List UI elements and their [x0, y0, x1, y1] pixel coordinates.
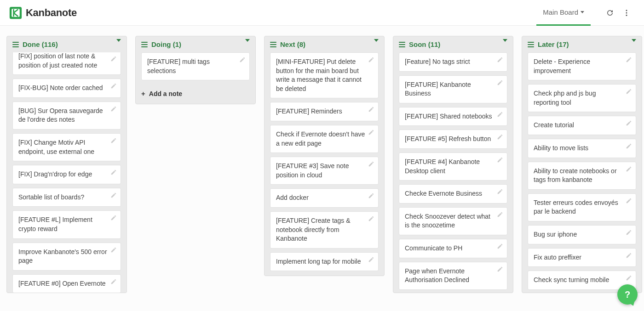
- column-title[interactable]: Done (116): [23, 40, 113, 48]
- card[interactable]: [FIX] position of last note & position o…: [12, 52, 121, 75]
- card[interactable]: [FEATURE #3] Save note position in cloud: [270, 157, 379, 185]
- card[interactable]: Add docker: [270, 188, 379, 208]
- edit-icon[interactable]: [110, 83, 117, 89]
- card[interactable]: Sortable list of boards?: [12, 188, 121, 207]
- column-menu-button[interactable]: [503, 42, 507, 47]
- card-text: [FIX-BUG] Note order cached: [18, 84, 103, 91]
- edit-icon[interactable]: [626, 120, 632, 126]
- card[interactable]: [MINI-FEATURE] Put delete button for the…: [270, 52, 379, 98]
- drag-handle-icon[interactable]: [141, 42, 148, 47]
- edit-icon[interactable]: [497, 243, 503, 249]
- column-menu-button[interactable]: [374, 42, 379, 47]
- card[interactable]: [FIX-BUG] Note order cached: [12, 79, 121, 98]
- board-selector[interactable]: Main Board: [536, 0, 591, 26]
- column-title[interactable]: Later (17): [538, 40, 628, 48]
- card[interactable]: Check Snoozever detect what is the snooz…: [399, 207, 507, 235]
- card[interactable]: [FEATURE #0] Open Evernote: [12, 274, 121, 293]
- edit-icon[interactable]: [110, 215, 117, 221]
- edit-icon[interactable]: [626, 252, 632, 259]
- edit-icon[interactable]: [110, 192, 117, 198]
- edit-icon[interactable]: [626, 166, 632, 172]
- drag-handle-icon[interactable]: [528, 42, 534, 47]
- edit-icon[interactable]: [626, 198, 632, 204]
- card[interactable]: Fix auto preffixer: [528, 248, 636, 267]
- card[interactable]: [FEATURE] multi tags selections: [141, 52, 250, 80]
- column-header[interactable]: Done (116): [7, 36, 126, 52]
- edit-icon[interactable]: [368, 129, 374, 136]
- card[interactable]: Implement long tap for mobile: [270, 252, 379, 271]
- card[interactable]: [BUG] Sur Opera sauvegarde de l'ordre de…: [12, 102, 121, 130]
- app-header: Kanbanote Main Board: [0, 0, 644, 26]
- edit-icon[interactable]: [110, 247, 117, 253]
- card[interactable]: Page when Evernote Authorisation Decline…: [399, 262, 507, 290]
- column-menu-button[interactable]: [245, 42, 250, 47]
- card[interactable]: [FEATURE] Reminders: [270, 102, 379, 121]
- card[interactable]: [FEATURE #L] Implement crypto reward: [12, 210, 121, 238]
- app-logo[interactable]: Kanbanote: [9, 6, 77, 19]
- edit-icon[interactable]: [497, 79, 503, 86]
- more-menu-button[interactable]: [622, 8, 631, 17]
- card[interactable]: Create tutorial: [528, 116, 636, 135]
- edit-icon[interactable]: [368, 256, 374, 263]
- drag-handle-icon[interactable]: [12, 42, 19, 47]
- card[interactable]: Check if Evernote doesn't have a new edi…: [270, 125, 379, 153]
- card[interactable]: [FIX] Change Motiv API endpoint, use ext…: [12, 133, 121, 161]
- column-title[interactable]: Next (8): [280, 40, 370, 48]
- edit-icon[interactable]: [368, 192, 374, 199]
- column-menu-button[interactable]: [116, 42, 121, 47]
- card[interactable]: Checke Evernote Business: [399, 184, 507, 204]
- edit-icon[interactable]: [497, 211, 503, 218]
- column-menu-button[interactable]: [632, 42, 636, 47]
- column-header[interactable]: Soon (11): [393, 36, 513, 52]
- drag-handle-icon[interactable]: [399, 42, 405, 47]
- card[interactable]: [FIX] Drag'n'drop for edge: [12, 165, 121, 184]
- edit-icon[interactable]: [497, 266, 503, 272]
- drag-handle-icon[interactable]: [270, 42, 276, 47]
- card[interactable]: Ability to create notebooks or tags from…: [528, 162, 636, 190]
- edit-icon[interactable]: [626, 88, 632, 95]
- card[interactable]: [FEATURE] Kanbanote Business: [399, 75, 507, 103]
- refresh-button[interactable]: [605, 8, 615, 17]
- card[interactable]: Communicate to PH: [399, 239, 507, 258]
- card[interactable]: Improve Kanbanote's 500 error page: [12, 243, 121, 271]
- card[interactable]: [Feature] No tags strict: [399, 52, 507, 72]
- edit-icon[interactable]: [110, 169, 117, 175]
- column-title[interactable]: Soon (11): [409, 40, 499, 48]
- card[interactable]: [FEATURE] Shared notebooks: [399, 107, 507, 126]
- edit-icon[interactable]: [626, 275, 632, 281]
- edit-icon[interactable]: [497, 188, 503, 195]
- edit-icon[interactable]: [239, 57, 246, 63]
- edit-icon[interactable]: [497, 111, 503, 118]
- card[interactable]: Check php and js bug reporting tool: [528, 84, 636, 112]
- card[interactable]: Delete - Experience improvement: [528, 52, 636, 80]
- edit-icon[interactable]: [110, 56, 117, 62]
- edit-icon[interactable]: [626, 229, 632, 236]
- card[interactable]: Ability to move lists: [528, 139, 636, 158]
- card[interactable]: [FEATURE #5] Refresh button: [399, 130, 507, 149]
- card[interactable]: [FEATURE] Create tags & notebook directl…: [270, 211, 379, 249]
- card[interactable]: Bug sur iphone: [528, 225, 636, 244]
- add-note-button[interactable]: +Add a note: [136, 85, 255, 104]
- card[interactable]: [FEATURE #4] Kanbanote Desktop client: [399, 153, 507, 181]
- column-title[interactable]: Doing (1): [151, 40, 242, 48]
- card[interactable]: Tester erreurs codes envoyés par le back…: [528, 193, 636, 221]
- column-header[interactable]: Doing (1): [136, 36, 255, 52]
- edit-icon[interactable]: [626, 143, 632, 149]
- edit-icon[interactable]: [497, 57, 503, 63]
- chevron-down-icon: [374, 39, 379, 47]
- edit-icon[interactable]: [110, 278, 117, 285]
- edit-icon[interactable]: [110, 106, 117, 112]
- column-header[interactable]: Later (17): [522, 36, 642, 52]
- edit-icon[interactable]: [368, 161, 374, 167]
- edit-icon[interactable]: [626, 57, 632, 63]
- chevron-down-icon: [503, 39, 507, 47]
- column-header[interactable]: Next (8): [264, 36, 384, 52]
- edit-icon[interactable]: [497, 157, 503, 163]
- edit-icon[interactable]: [368, 215, 374, 222]
- edit-icon[interactable]: [368, 106, 374, 113]
- edit-icon[interactable]: [110, 137, 117, 144]
- edit-icon[interactable]: [497, 134, 503, 140]
- help-bubble[interactable]: ?: [617, 284, 638, 305]
- card-text: [FEATURE #3] Save note position in cloud: [276, 162, 349, 179]
- edit-icon[interactable]: [368, 57, 374, 63]
